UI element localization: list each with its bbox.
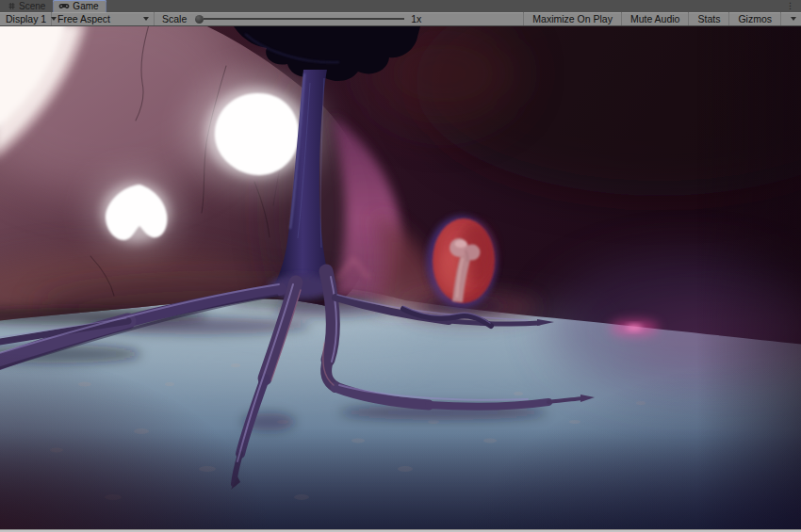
gizmos-caret-button[interactable] — [780, 12, 801, 25]
stats-button[interactable]: Stats — [688, 12, 728, 25]
rendered-scene — [0, 26, 801, 529]
scale-label: Scale — [162, 13, 187, 24]
unity-game-window: Scene Game ⋮ Display 1 Free Aspect Scale — [0, 0, 801, 532]
chevron-down-icon — [143, 17, 149, 21]
game-viewport[interactable] — [0, 26, 801, 529]
kebab-menu-icon[interactable]: ⋮ — [786, 1, 794, 11]
display-dropdown[interactable]: Display 1 — [0, 12, 52, 25]
gamepad-icon — [58, 3, 70, 10]
gizmos-button[interactable]: Gizmos — [728, 12, 780, 25]
tab-game[interactable]: Game — [53, 0, 106, 12]
tab-scene[interactable]: Scene — [2, 0, 53, 12]
tab-game-label: Game — [73, 0, 98, 12]
eye-socket-glow-heart — [90, 173, 181, 252]
aspect-dropdown-value: Free Aspect — [57, 13, 139, 24]
aspect-dropdown[interactable]: Free Aspect — [52, 12, 155, 25]
scale-slider[interactable] — [195, 15, 404, 24]
scale-slider-track[interactable] — [204, 18, 404, 20]
tab-bar: Scene Game ⋮ — [0, 0, 801, 12]
grid-icon — [8, 2, 16, 10]
display-dropdown-value: Display 1 — [6, 13, 46, 24]
chevron-down-icon — [791, 17, 796, 21]
mute-audio-button[interactable]: Mute Audio — [621, 12, 689, 25]
scale-slider-knob[interactable] — [195, 15, 204, 24]
scale-value: 1x — [411, 13, 421, 24]
pink-floor-glow — [610, 320, 659, 335]
game-toolbar: Display 1 Free Aspect Scale 1x Maximize … — [0, 12, 801, 26]
scale-control: Scale 1x — [155, 13, 421, 24]
maximize-on-play-button[interactable]: Maximize On Play — [523, 12, 621, 25]
tab-scene-label: Scene — [19, 0, 45, 12]
